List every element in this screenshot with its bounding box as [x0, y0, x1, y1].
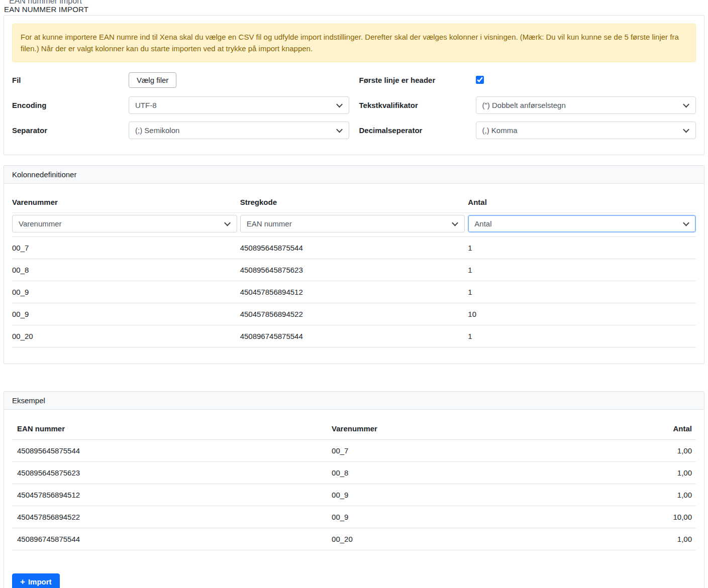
table-row: 450896745875544 00_20 1,00: [12, 528, 696, 550]
table-cell: 00_9: [12, 303, 240, 325]
table-cell: 1: [468, 237, 696, 259]
table-row: 450457856894512 00_9 1,00: [12, 484, 696, 506]
text-qualifier-select[interactable]: (") Dobbelt anførselstegn: [476, 96, 696, 114]
table-row: 450457856894522 00_9 10,00: [12, 506, 696, 528]
plus-icon: +: [20, 577, 25, 586]
table-cell: 1,00: [593, 462, 696, 484]
table-cell: 1,00: [593, 440, 696, 462]
decimal-separator-select[interactable]: (,) Komma: [476, 122, 696, 139]
example-table: EAN nummer Varenummer Antal 450895645875…: [12, 418, 696, 550]
info-alert-text: For at kunne importere EAN numre ind til…: [21, 33, 679, 53]
example-header-row: EAN nummer Varenummer Antal: [12, 418, 696, 440]
table-cell: 00_9: [12, 281, 240, 303]
table-cell: 450457856894522: [240, 303, 468, 325]
encoding-label: Encoding: [12, 101, 129, 109]
table-cell: 450457856894512: [240, 281, 468, 303]
column-definitions-table: Varenummer Stregkode Antal Varenummer: [12, 192, 696, 347]
antal-mapping-select[interactable]: Antal: [468, 215, 696, 232]
table-cell: 00_20: [327, 528, 593, 550]
encoding-field-row: Encoding UTF-8: [12, 96, 349, 114]
column-header: EAN nummer: [12, 418, 327, 440]
separator-select[interactable]: (;) Semikolon: [129, 122, 349, 139]
column-header: Varenummer: [12, 192, 240, 213]
table-cell: 00_9: [327, 506, 593, 528]
page-header: EAN nummer import EAN NUMMER IMPORT: [4, 0, 704, 15]
import-button[interactable]: + Import: [12, 573, 60, 588]
table-cell: 1,00: [593, 528, 696, 550]
table-cell: 00_7: [12, 237, 240, 259]
decimal-separator-label: Decimalseperator: [359, 126, 476, 135]
table-cell: 10,00: [593, 506, 696, 528]
table-cell: 00_7: [327, 440, 593, 462]
table-cell: 1: [468, 281, 696, 303]
table-cell: 450895645875544: [12, 440, 327, 462]
info-alert: For at kunne importere EAN numre ind til…: [12, 24, 696, 62]
table-cell: 00_9: [327, 484, 593, 506]
table-cell: 1: [468, 325, 696, 347]
table-row: 00_9 450457856894512 1: [12, 281, 696, 303]
table-cell: 450457856894522: [12, 506, 327, 528]
column-definitions-title: Kolonnedefinitioner: [4, 166, 704, 184]
table-cell: 00_20: [12, 325, 240, 347]
first-line-header-checkbox[interactable]: [476, 76, 484, 84]
table-row: 00_20 450896745875544 1: [12, 325, 696, 347]
table-row: 00_8 450895645875623 1: [12, 259, 696, 281]
column-definitions-header-row: Varenummer Stregkode Antal: [12, 192, 696, 213]
table-cell: 450457856894512: [12, 484, 327, 506]
table-row: 00_7 450895645875544 1: [12, 237, 696, 259]
table-cell: 00_8: [12, 259, 240, 281]
table-cell: 450895645875544: [240, 237, 468, 259]
encoding-select[interactable]: UTF-8: [129, 96, 349, 114]
separator-label: Separator: [12, 126, 129, 135]
column-header: Antal: [468, 192, 696, 213]
example-card: Eksempel EAN nummer Varenummer Antal 450…: [4, 391, 704, 588]
column-definitions-card: Kolonnedefinitioner Varenummer Stregkode…: [4, 165, 704, 364]
first-line-header-label: Første linje er header: [359, 76, 476, 84]
import-settings-form: Fil Vælg filer Første linje er header En…: [12, 71, 696, 147]
text-qualifier-field-row: Tekstkvalifikator (") Dobbelt anførselst…: [359, 96, 696, 114]
file-label: Fil: [12, 76, 129, 84]
table-cell: 450896745875544: [12, 528, 327, 550]
first-line-header-row: Første linje er header: [359, 71, 696, 89]
import-button-label: Import: [28, 577, 52, 586]
table-cell: 10: [468, 303, 696, 325]
varenummer-mapping-select[interactable]: Varenummer: [12, 215, 237, 232]
column-header: Antal: [593, 418, 696, 440]
table-row: 450895645875623 00_8 1,00: [12, 462, 696, 484]
table-row: 00_9 450457856894522 10: [12, 303, 696, 325]
table-row: 450895645875544 00_7 1,00: [12, 440, 696, 462]
table-cell: 00_8: [327, 462, 593, 484]
panel-title: EAN NUMMER IMPORT: [4, 5, 88, 14]
stregkode-mapping-select[interactable]: EAN nummer: [240, 215, 465, 232]
import-settings-card: For at kunne importere EAN numre ind til…: [4, 15, 704, 155]
table-cell: 450896745875544: [240, 325, 468, 347]
table-cell: 450895645875623: [240, 259, 468, 281]
text-qualifier-label: Tekstkvalifikator: [359, 101, 476, 109]
table-cell: 450895645875623: [12, 462, 327, 484]
table-cell: 1: [468, 259, 696, 281]
column-header: Varenummer: [327, 418, 593, 440]
choose-files-button[interactable]: Vælg filer: [129, 72, 176, 88]
column-mapping-row: Varenummer EAN nummer: [12, 213, 696, 237]
file-field-row: Fil Vælg filer: [12, 71, 349, 89]
table-cell: 1,00: [593, 484, 696, 506]
separator-field-row: Separator (;) Semikolon: [12, 122, 349, 139]
column-header: Stregkode: [240, 192, 468, 213]
decimal-separator-field-row: Decimalseperator (,) Komma: [359, 122, 696, 139]
example-title: Eksempel: [4, 392, 704, 410]
